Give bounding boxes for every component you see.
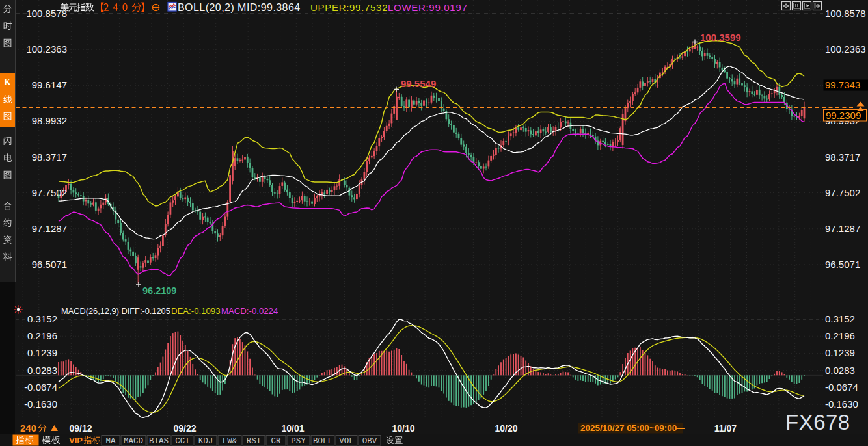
svg-text:RSI: RSI <box>247 437 262 446</box>
svg-text:VIP: VIP <box>69 436 83 445</box>
svg-text:0.1239: 0.1239 <box>825 347 855 358</box>
svg-text:PSY: PSY <box>291 437 306 446</box>
svg-text:0.3152: 0.3152 <box>27 313 57 324</box>
svg-text:MACD:-0.0224: MACD:-0.0224 <box>221 306 278 316</box>
svg-text:240: 240 <box>20 423 36 434</box>
svg-text:MACD: MACD <box>124 437 143 446</box>
svg-text:10/20: 10/20 <box>495 423 517 434</box>
svg-text:UPPER:99.7532: UPPER:99.7532 <box>310 2 388 13</box>
svg-text:BOLL: BOLL <box>313 437 332 446</box>
svg-text:98.3717: 98.3717 <box>825 151 860 163</box>
svg-text:10/01: 10/01 <box>281 423 304 434</box>
svg-text:99.6147: 99.6147 <box>32 79 67 90</box>
svg-text:0.0283: 0.0283 <box>27 365 57 376</box>
svg-text:96.5071: 96.5071 <box>32 259 67 270</box>
svg-text:10/10: 10/10 <box>392 423 414 434</box>
svg-text:0.0283: 0.0283 <box>825 365 855 376</box>
svg-text:0.2196: 0.2196 <box>825 330 855 341</box>
svg-text:100.2363: 100.2363 <box>825 44 866 55</box>
svg-text:LW&: LW& <box>223 437 237 446</box>
svg-text:100.8578: 100.8578 <box>26 8 67 19</box>
svg-text:97.7502: 97.7502 <box>825 187 860 198</box>
svg-text:CCI: CCI <box>175 437 190 446</box>
svg-text:CR: CR <box>271 437 281 446</box>
svg-text:DEA:-0.1093: DEA:-0.1093 <box>171 306 221 316</box>
svg-text:11/07: 11/07 <box>714 423 737 434</box>
svg-text:0.1239: 0.1239 <box>27 347 57 358</box>
svg-text:100.2363: 100.2363 <box>26 44 67 55</box>
svg-text:98.3717: 98.3717 <box>32 151 67 163</box>
svg-text:09/12: 09/12 <box>69 423 92 434</box>
svg-text:0.2196: 0.2196 <box>27 330 57 341</box>
svg-text:0.3152: 0.3152 <box>825 313 855 324</box>
svg-text:99.7343: 99.7343 <box>825 79 860 90</box>
svg-text:09/22: 09/22 <box>173 423 196 434</box>
svg-text:KDJ: KDJ <box>198 437 213 446</box>
svg-text:97.7502: 97.7502 <box>32 187 67 198</box>
svg-text:MA: MA <box>105 437 116 446</box>
svg-text:100.3599: 100.3599 <box>700 32 741 43</box>
svg-text:-0.1630: -0.1630 <box>24 399 57 410</box>
svg-text:-0.1630: -0.1630 <box>825 399 858 410</box>
svg-text:FX678: FX678 <box>785 410 850 434</box>
svg-text:96.2109: 96.2109 <box>142 285 176 296</box>
svg-text:LOWER:99.0197: LOWER:99.0197 <box>388 2 468 13</box>
svg-text:—: — <box>676 423 685 433</box>
svg-text:-0.0674: -0.0674 <box>825 382 858 393</box>
svg-text:K: K <box>4 77 11 87</box>
svg-text:100.8578: 100.8578 <box>825 8 866 19</box>
svg-text:99.5549: 99.5549 <box>401 78 436 89</box>
svg-text:OBV: OBV <box>362 437 377 446</box>
svg-text:MACD(26,12,9) DIFF:-0.1205: MACD(26,12,9) DIFF:-0.1205 <box>61 306 170 316</box>
svg-text:97.1287: 97.1287 <box>825 223 860 234</box>
svg-text:VOL: VOL <box>339 437 354 446</box>
svg-text:-0.0674: -0.0674 <box>24 382 57 393</box>
svg-text:99.2309: 99.2309 <box>826 110 861 121</box>
svg-text:96.5071: 96.5071 <box>825 259 860 270</box>
svg-text:BIAS: BIAS <box>149 437 169 446</box>
svg-text:2025/10/27 05:00~09:00: 2025/10/27 05:00~09:00 <box>580 423 677 433</box>
svg-text:BOLL(20,2) MID:99.3864: BOLL(20,2) MID:99.3864 <box>178 2 301 13</box>
svg-text:98.9932: 98.9932 <box>32 115 67 126</box>
svg-text:97.1287: 97.1287 <box>32 223 67 234</box>
